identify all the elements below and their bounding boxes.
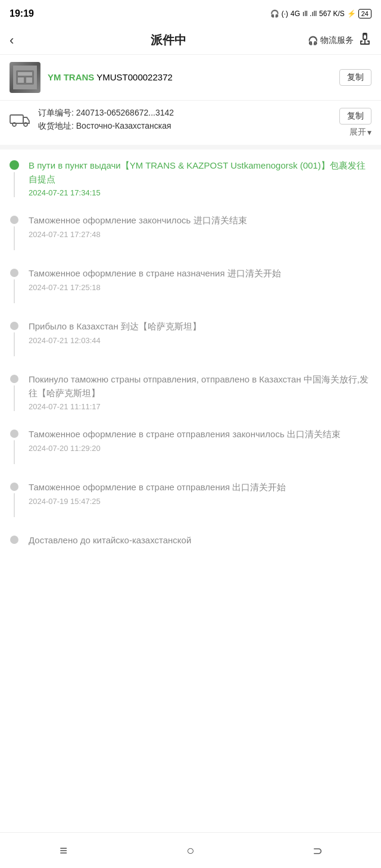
svg-rect-4	[18, 77, 24, 83]
timeline-left-3	[10, 267, 19, 303]
timeline-text-8: Доставлено до китайско-казахстанской	[29, 534, 371, 547]
status-time: 19:19	[10, 8, 34, 19]
package-thumbnail	[10, 62, 40, 93]
timeline-item-7: Таможенное оформление в стране отправлен…	[10, 481, 371, 517]
package-section: YM TRANS YMUST000022372 复制	[0, 55, 381, 101]
address-label: 收货地址:	[38, 121, 74, 130]
timeline-text-1: В пути в пункт выдачи【YM TRANS & KAZPOST…	[29, 159, 371, 186]
share-button[interactable]	[358, 32, 371, 48]
timeline-date-2: 2024-07-21 17:27:48	[29, 230, 371, 239]
carrier-name: YM TRANS	[48, 72, 94, 82]
timeline-text-6: Таможенное оформление в стране отправлен…	[29, 428, 371, 441]
copy-tracking-button[interactable]: 复制	[339, 69, 371, 86]
timeline-date-3: 2024-07-21 17:25:18	[29, 283, 371, 292]
package-info: YM TRANS YMUST000022372	[48, 72, 332, 83]
timeline-text-2: Таможенное оформление закончилось 进口清关结束	[29, 214, 371, 228]
circle-nav-button[interactable]: ○	[173, 839, 208, 863]
timeline-content-7: Таможенное оформление в стране отправлен…	[29, 481, 371, 517]
timeline-text-7: Таможенное оформление в стране отправлен…	[29, 481, 371, 494]
timeline-text-5: Покинуло таможню страны отправления, отп…	[29, 373, 371, 400]
timeline-dot-2	[10, 216, 18, 224]
timeline-content-6: Таможенное оформление в стране отправлен…	[29, 428, 371, 464]
timeline-date-1: 2024-07-21 17:34:15	[29, 188, 371, 197]
timeline-line-2	[14, 226, 15, 250]
timeline-left-8	[10, 534, 19, 550]
timeline-line-3	[14, 279, 15, 303]
timeline-date-7: 2024-07-19 15:47:25	[29, 497, 371, 506]
timeline-section: В пути в пункт выдачи【YM TRANS & KAZPOST…	[0, 150, 381, 614]
svg-rect-3	[18, 72, 32, 76]
truck-icon	[10, 109, 31, 130]
header-right: 🎧 物流服务	[308, 32, 371, 48]
timeline-left-5	[10, 373, 19, 411]
status-icons: 🎧 (·) 4G ıll .ıll 567 K/S ⚡ 24	[270, 9, 371, 18]
timeline-dot-6	[10, 430, 18, 438]
timeline-text-3: Таможенное оформление в стране назначени…	[29, 267, 371, 281]
bottom-nav: ≡ ○ ⊂	[0, 832, 381, 868]
timeline-content-3: Таможенное оформление в стране назначени…	[29, 267, 371, 303]
back-nav-button[interactable]: ⊂	[299, 839, 335, 863]
back-icon: ⊂	[313, 844, 323, 858]
timeline-line-6	[14, 440, 15, 464]
timeline-line-5	[14, 385, 15, 411]
timeline-content-4: Прибыло в Казахстан 到达【哈萨克斯坦】 2024-07-21…	[29, 320, 371, 356]
copy-order-button[interactable]: 复制	[339, 108, 371, 125]
timeline-item-6: Таможенное оформление в стране отправлен…	[10, 428, 371, 464]
svg-rect-5	[26, 77, 32, 83]
headphone-icon: 🎧	[270, 10, 279, 18]
signal-bars-icon: ıll .ıll	[302, 10, 317, 18]
product-image	[13, 66, 37, 89]
timeline-dot-4	[10, 322, 18, 330]
timeline-content-2: Таможенное оформление закончилось 进口清关结束…	[29, 214, 371, 250]
expand-button[interactable]: 展开 ▾	[349, 127, 371, 138]
status-bar: 19:19 🎧 (·) 4G ıll .ıll 567 K/S ⚡ 24	[0, 0, 381, 26]
timeline-left-4	[10, 320, 19, 356]
tracking-number: YMUST000022372	[96, 72, 173, 82]
network-icon: 4G	[291, 10, 300, 18]
timeline-dot-5	[10, 375, 18, 383]
back-button[interactable]: ‹	[10, 33, 29, 48]
order-section: 订单编号: 240713-065268672...3142 收货地址: Вост…	[0, 101, 381, 150]
home-nav-button[interactable]: ≡	[46, 839, 82, 863]
timeline-date-4: 2024-07-21 12:03:44	[29, 336, 371, 345]
order-info: 订单编号: 240713-065268672...3142 收货地址: Вост…	[38, 108, 332, 132]
carrier-info: YM TRANS YMUST000022372	[48, 72, 332, 82]
order-address: 收货地址: Восточно-Казахстанская	[38, 121, 332, 132]
order-right: 复制 展开 ▾	[339, 108, 371, 138]
order-number-value: 240713-065268672...3142	[76, 108, 174, 117]
share-icon	[358, 32, 371, 45]
timeline-content-5: Покинуло таможню страны отправления, отп…	[29, 373, 371, 411]
timeline-content-8: Доставлено до китайско-казахстанской	[29, 534, 371, 550]
timeline-date-5: 2024-07-21 11:11:17	[29, 402, 371, 411]
order-number: 订单编号: 240713-065268672...3142	[38, 108, 332, 119]
timeline-item-8: Доставлено до китайско-казахстанской	[10, 534, 371, 550]
lightning-icon: ⚡	[347, 10, 356, 18]
timeline-left-2	[10, 214, 19, 250]
expand-label: 展开	[349, 127, 366, 138]
headset-icon: 🎧	[308, 36, 318, 45]
service-label: 物流服务	[320, 35, 354, 46]
order-number-label: 订单编号:	[38, 108, 74, 117]
speed-icon: 567 K/S	[319, 10, 345, 18]
timeline-item-1: В пути в пункт выдачи【YM TRANS & KAZPOST…	[10, 159, 371, 197]
timeline-line-1	[14, 172, 15, 197]
timeline-dot-8	[10, 536, 18, 544]
header: ‹ 派件中 🎧 物流服务	[0, 26, 381, 55]
page-title: 派件中	[29, 32, 308, 48]
circle-icon: ○	[186, 843, 194, 858]
timeline-left-7	[10, 481, 19, 517]
timeline-dot-1	[10, 160, 19, 170]
timeline-dot-3	[10, 269, 18, 277]
battery-icon: 24	[358, 9, 371, 18]
timeline-item-5: Покинуло таможню страны отправления, отп…	[10, 373, 371, 411]
hamburger-icon: ≡	[60, 843, 67, 858]
timeline-date-6: 2024-07-20 11:29:20	[29, 444, 371, 453]
svg-point-8	[24, 123, 27, 126]
svg-point-7	[13, 123, 16, 126]
timeline-item-4: Прибыло в Казахстан 到达【哈萨克斯坦】 2024-07-21…	[10, 320, 371, 356]
timeline-content-1: В пути в пункт выдачи【YM TRANS & KAZPOST…	[29, 159, 371, 197]
timeline-line-7	[14, 493, 15, 517]
chevron-down-icon: ▾	[367, 127, 371, 137]
service-button[interactable]: 🎧 物流服务	[308, 35, 354, 46]
timeline-left-6	[10, 428, 19, 464]
